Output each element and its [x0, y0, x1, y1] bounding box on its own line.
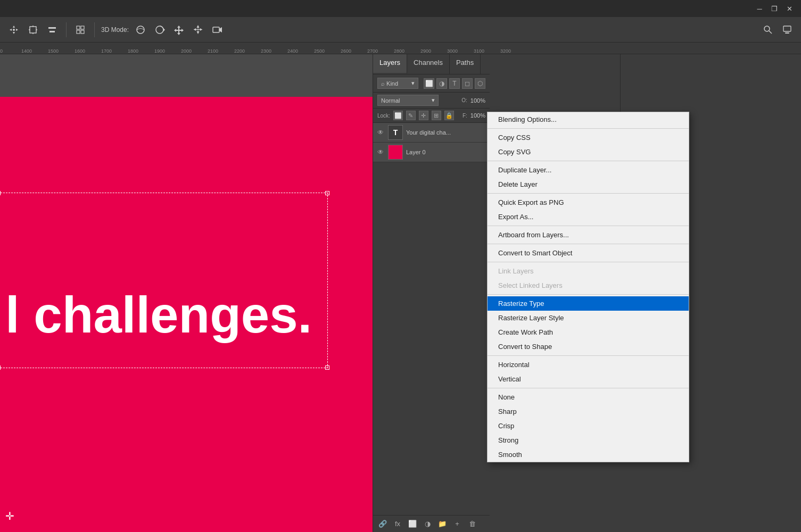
search-icon[interactable]: [761, 22, 775, 37]
lock-transform-icon[interactable]: ✛: [419, 111, 428, 120]
filter-adjustment-icon[interactable]: ◑: [436, 78, 447, 89]
3d-rotate-icon[interactable]: [152, 22, 167, 37]
fill-value[interactable]: 100%: [470, 112, 485, 119]
handle-br[interactable]: [325, 365, 329, 370]
ruler-tick-1500: 1500: [48, 48, 59, 54]
grid-icon[interactable]: [73, 22, 88, 37]
menu-sep-6: [488, 262, 689, 262]
maximize-button[interactable]: ❐: [767, 1, 782, 16]
ruler-tick-2600: 2600: [341, 48, 351, 54]
menu-strong[interactable]: Strong: [488, 433, 689, 447]
toolbar-separator-2: [94, 22, 95, 37]
menu-blending-options[interactable]: Blending Options...: [488, 112, 689, 127]
ruler-tick-0: 0: [0, 48, 3, 54]
filter-smart-icon[interactable]: ⬡: [475, 78, 485, 89]
ruler-tick-2400: 2400: [287, 48, 298, 54]
svg-rect-5: [48, 27, 56, 29]
layer-visibility-text[interactable]: 👁: [376, 128, 385, 137]
menu-sep-3: [488, 193, 689, 194]
kind-dropdown[interactable]: ⌕ Kind ▾: [377, 78, 418, 89]
filter-pixel-icon[interactable]: ⬜: [424, 78, 434, 89]
3d-pan-icon[interactable]: [171, 22, 186, 37]
menu-sep-8: [488, 355, 689, 356]
menu-sep-7: [488, 294, 689, 295]
opacity-value[interactable]: 100%: [470, 97, 485, 104]
ruler-tick-1700: 1700: [101, 48, 112, 54]
lock-label: Lock:: [377, 113, 390, 119]
canvas-area[interactable]: l challenges. ✛: [0, 54, 373, 532]
blend-mode-dropdown[interactable]: Normal ▾: [377, 95, 439, 106]
menu-export-as[interactable]: Export As...: [488, 210, 689, 224]
menu-rasterize-layer-style[interactable]: Rasterize Layer Style: [488, 311, 689, 325]
workspace-icon[interactable]: [780, 22, 795, 37]
menu-sharp[interactable]: Sharp: [488, 404, 689, 419]
menu-sep-9: [488, 388, 689, 388]
lock-artboard-icon[interactable]: ⊞: [432, 111, 441, 120]
menu-quick-export-png[interactable]: Quick Export as PNG: [488, 195, 689, 210]
filter-type-icon[interactable]: T: [449, 78, 460, 89]
menu-horizontal[interactable]: Horizontal: [488, 358, 689, 372]
menu-sep-2: [488, 161, 689, 161]
delete-layer-icon[interactable]: 🗑: [467, 519, 477, 529]
ruler-tick-3200: 3200: [500, 48, 511, 54]
menu-convert-to-smart-object[interactable]: Convert to Smart Object: [488, 246, 689, 260]
3d-move-icon[interactable]: [191, 22, 205, 37]
lock-row: Lock: ⬜ ✎ ✛ ⊞ 🔒 F: 100%: [373, 109, 490, 123]
canvas-content: l challenges. ✛: [0, 97, 373, 532]
layers-bottom-bar: 🔗 fx ⬜ ◑ 📁 + 🗑: [373, 515, 490, 532]
layer-visibility-0[interactable]: 👁: [376, 148, 385, 156]
tab-channels[interactable]: Channels: [407, 54, 450, 74]
filter-shape-icon[interactable]: ◻: [462, 78, 473, 89]
ruler-tick-1900: 1900: [154, 48, 165, 54]
menu-crisp[interactable]: Crisp: [488, 419, 689, 433]
svg-rect-7: [77, 26, 80, 29]
menu-copy-svg[interactable]: Copy SVG: [488, 145, 689, 159]
menu-delete-layer[interactable]: Delete Layer: [488, 177, 689, 192]
opacity-label: O:: [461, 97, 467, 103]
svg-rect-14: [213, 27, 219, 32]
close-button[interactable]: ✕: [782, 1, 797, 16]
3d-orbit-icon[interactable]: [133, 22, 148, 37]
menu-vertical[interactable]: Vertical: [488, 372, 689, 386]
layer-name-0: Layer 0: [406, 149, 486, 155]
menu-artboard-from-layers[interactable]: Artboard from Layers...: [488, 228, 689, 242]
lock-all-icon[interactable]: 🔒: [444, 111, 454, 120]
menu-sep-5: [488, 244, 689, 244]
menu-link-layers: Link Layers: [488, 264, 689, 278]
ruler-tick-1400: 1400: [21, 48, 32, 54]
adjustment-icon[interactable]: ◑: [422, 519, 433, 529]
menu-create-work-path[interactable]: Create Work Path: [488, 325, 689, 339]
ruler-tick-3100: 3100: [474, 48, 484, 54]
new-layer-icon[interactable]: +: [452, 519, 463, 529]
align-tool-icon[interactable]: [45, 22, 60, 37]
tab-paths[interactable]: Paths: [450, 54, 481, 74]
effects-icon[interactable]: fx: [392, 519, 403, 529]
move-tool-icon[interactable]: [6, 22, 21, 37]
handle-tr[interactable]: [325, 191, 329, 195]
toolbar-separator-1: [66, 22, 67, 37]
layers-tabs: Layers Channels Paths: [373, 54, 490, 74]
mask-icon[interactable]: ⬜: [407, 519, 418, 529]
svg-rect-6: [49, 31, 55, 32]
menu-copy-css[interactable]: Copy CSS: [488, 130, 689, 145]
minimize-button[interactable]: ─: [752, 1, 767, 16]
move-crosshair: ✛: [5, 510, 14, 522]
video-icon[interactable]: [210, 22, 225, 37]
layer-item-0[interactable]: 👁 Layer 0: [373, 143, 490, 162]
menu-duplicate-layer[interactable]: Duplicate Layer...: [488, 163, 689, 177]
link-layers-icon[interactable]: 🔗: [377, 519, 388, 529]
lock-position-icon[interactable]: ✎: [406, 111, 416, 120]
artboard-tool-icon[interactable]: [26, 22, 40, 37]
handle-bl[interactable]: [0, 365, 1, 370]
lock-pixels-icon[interactable]: ⬜: [393, 111, 403, 120]
layer-item-text[interactable]: 👁 T Your digital cha...: [373, 123, 490, 143]
group-icon[interactable]: 📁: [437, 519, 448, 529]
layers-panel: Layers Channels Paths ⌕ Kind ▾ ⬜ ◑ T ◻ ⬡…: [373, 54, 490, 532]
handle-tl[interactable]: [0, 191, 1, 195]
ruler-tick-3000: 3000: [447, 48, 458, 54]
tab-layers[interactable]: Layers: [373, 54, 407, 74]
menu-none[interactable]: None: [488, 390, 689, 404]
menu-rasterize-type[interactable]: Rasterize Type: [488, 296, 689, 311]
menu-smooth[interactable]: Smooth: [488, 447, 689, 462]
menu-convert-to-shape[interactable]: Convert to Shape: [488, 339, 689, 354]
